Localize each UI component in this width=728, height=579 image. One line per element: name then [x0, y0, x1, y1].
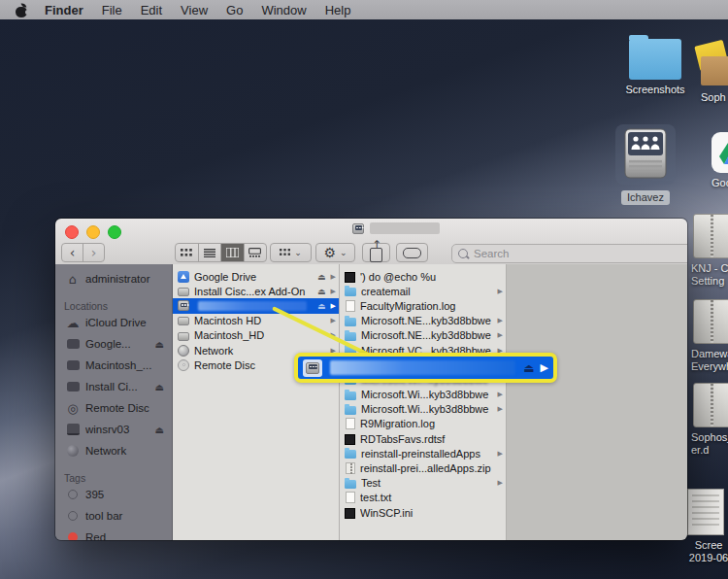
menu-item-view[interactable]: View: [181, 3, 208, 17]
file-row[interactable]: reinstall-prei...alledApps.zip: [340, 460, 506, 475]
menu-item-go[interactable]: Go: [226, 3, 243, 17]
sidebar-item-395[interactable]: 395: [55, 484, 172, 505]
eject-button[interactable]: ⏏: [317, 301, 326, 311]
tag-button[interactable]: [396, 243, 428, 262]
disc-icon: ◎: [64, 401, 82, 416]
sidebar-item-red[interactable]: Red: [55, 527, 172, 540]
sidebar-item-macintosh-[interactable]: Macintosh_...: [55, 355, 172, 376]
disk-shape: [67, 339, 80, 349]
eject-button[interactable]: ⏏: [155, 382, 164, 392]
apple-menu-icon[interactable]: [16, 3, 28, 17]
folder-icon: [345, 332, 356, 341]
folder-icon: [345, 480, 356, 489]
group-button[interactable]: ⌄: [270, 243, 312, 262]
menu-item-edit[interactable]: Edit: [141, 3, 162, 17]
file-row[interactable]: Microsoft.Wi...kyb3d8bbwe▶: [340, 402, 506, 417]
list-view-button[interactable]: [198, 244, 221, 261]
file-row[interactable]: Install Cisc...ex Add-On⏏▶: [173, 284, 339, 298]
forward-button[interactable]: ›: [83, 244, 104, 261]
eject-button[interactable]: ⏏: [317, 287, 326, 296]
sidebar-item-icloud-drive[interactable]: ☁iCloud Drive: [55, 312, 172, 333]
file-name: reinstall-preinstalledApps: [361, 448, 496, 460]
file-row[interactable]: FacultyMigration.log: [340, 298, 506, 313]
file-row[interactable]: Google Drive⏏▶: [173, 269, 339, 284]
desktop-icon-label-line1: Scree: [695, 539, 723, 551]
sidebar-item-network[interactable]: Network: [55, 440, 172, 461]
view-switcher: [175, 243, 267, 262]
column-devices: Google Drive⏏▶Install Cisc...ex Add-On⏏▶…: [173, 264, 340, 540]
eject-button[interactable]: ⏏: [523, 361, 534, 375]
eject-button[interactable]: ⏏: [155, 339, 164, 350]
file-row[interactable]: test.txt: [340, 491, 506, 505]
desktop-icon-soph-package[interactable]: Soph: [695, 43, 728, 104]
desktop-icon-ichavez[interactable]: Ichavez: [612, 124, 679, 205]
sidebar-item-administrator[interactable]: ⌂administrator: [55, 268, 172, 290]
file-row[interactable]: createmail▶: [340, 284, 506, 298]
arrow-right-icon: ▶: [498, 331, 503, 339]
desktop-icon-dameware-zip[interactable]: Damewar Everywh.: [691, 299, 728, 373]
tag-icon: [403, 248, 421, 258]
chevron-down-icon: ⌄: [340, 248, 347, 257]
icon-view-button[interactable]: [176, 244, 198, 261]
traffic-lights: [65, 225, 121, 239]
file-row[interactable]: reinstall-preinstalledApps▶: [340, 446, 506, 460]
eject-button[interactable]: ⏏: [317, 272, 326, 282]
sidebar-item-label: Red: [85, 531, 172, 540]
exe-icon: [345, 272, 355, 283]
display-shape: [67, 424, 80, 435]
file-row[interactable]: WinSCP.ini: [340, 505, 506, 520]
search-input[interactable]: [472, 247, 685, 260]
back-button[interactable]: ‹: [62, 244, 83, 261]
close-button[interactable]: [65, 225, 79, 239]
search-field[interactable]: [451, 244, 687, 263]
file-row[interactable]: R9Migration.log: [340, 417, 506, 431]
gallery-view-button[interactable]: [244, 244, 267, 261]
globe-icon: [64, 445, 82, 457]
eject-button[interactable]: ⏏: [155, 425, 164, 435]
sidebar-item-install-ci-[interactable]: Install Ci...⏏: [55, 376, 172, 397]
column-view-button[interactable]: [220, 244, 244, 261]
zoom-button[interactable]: [108, 225, 121, 239]
selection-highlight: [615, 124, 676, 185]
window-title: [352, 222, 440, 234]
disk-icon: [178, 332, 189, 341]
menu-item-file[interactable]: File: [102, 3, 122, 17]
file-row[interactable]: Test▶: [340, 476, 506, 491]
file-row[interactable]: Microsoft.NE...kyb3d8bbwe▶: [340, 328, 506, 343]
menu-item-help[interactable]: Help: [325, 3, 351, 17]
google-drive-icon: [711, 132, 728, 173]
sidebar-item-winsrv03[interactable]: winsrv03⏏: [55, 419, 172, 440]
share-button[interactable]: [362, 243, 390, 262]
zip-icon: [693, 383, 728, 427]
action-button[interactable]: ⚙ ⌄: [315, 243, 355, 262]
file-row[interactable]: Microsoft.NE...kyb3d8bbwe▶: [340, 314, 506, 328]
desktop-icon-screenshots[interactable]: Screenshots: [621, 33, 689, 96]
sidebar-item-remote-disc[interactable]: ◎Remote Disc: [55, 397, 172, 419]
callout-row[interactable]: [303, 359, 322, 377]
minimize-button[interactable]: [86, 225, 100, 239]
sidebar-item-google-[interactable]: Google...⏏: [55, 333, 172, 355]
disk-icon: [178, 317, 189, 325]
arrow-right-icon: ▶: [331, 288, 336, 295]
arrow-right-icon: ▶: [498, 479, 503, 487]
file-row[interactable]: RDTabsFavs.rdtsf: [340, 431, 506, 446]
desktop-icon-google-drive[interactable]: Googl: [711, 132, 728, 189]
network-drive-icon: [621, 128, 670, 181]
desktop-icon-knj-zip[interactable]: KNJ - C Setting: [691, 214, 728, 288]
menu-item-finder[interactable]: Finder: [45, 3, 83, 17]
menu-item-window[interactable]: Window: [261, 3, 306, 17]
file-name: Google Drive: [194, 271, 314, 283]
desktop-icon-sophos-zip[interactable]: Sophos_ er.d: [691, 383, 728, 457]
sidebar-item-tool-bar[interactable]: tool bar: [55, 505, 172, 527]
dot-gray-icon: [64, 490, 82, 499]
arrow-right-icon: ▶: [498, 288, 503, 295]
desktop-icon-label-line1: Damewar: [691, 348, 728, 359]
file-row[interactable]: ') do @echo %u: [340, 269, 506, 284]
file-row[interactable]: Microsoft.Wi...kyb3d8bbwe▶: [340, 388, 506, 402]
file-row[interactable]: ⏏▶: [173, 298, 339, 313]
desktop-icon-label: Googl: [711, 177, 728, 189]
disk-shape: [67, 360, 80, 370]
folder-icon: [345, 318, 356, 326]
file-row[interactable]: Macintosh_HD▶: [173, 328, 339, 343]
arrow-right-icon: ▶: [498, 391, 503, 398]
